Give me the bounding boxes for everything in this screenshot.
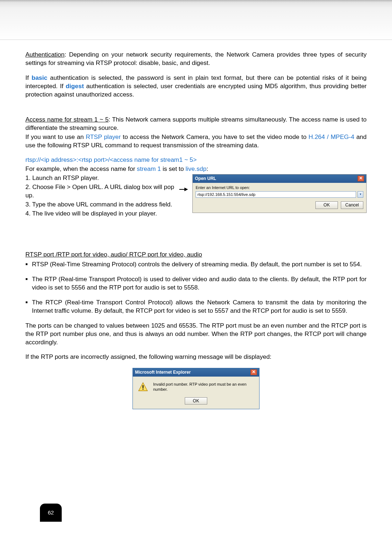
close-icon[interactable]: ✕	[250, 369, 257, 375]
port-range-note: The ports can be changed to values betwe…	[25, 322, 367, 347]
svg-rect-3	[143, 385, 144, 388]
text: :	[207, 165, 208, 172]
list-item: RTSP (Real-Time Streaming Protocol) cont…	[25, 260, 367, 269]
page-content: Authentication: Depending on your networ…	[0, 40, 392, 536]
steps-and-dialog-row: 1. Launch an RTSP player. 2. Choose File…	[25, 174, 367, 225]
open-url-label: Enter an Internet URL to open:	[196, 185, 363, 190]
kw-stream1: stream 1	[137, 165, 161, 172]
header-gradient	[0, 0, 392, 40]
auth-paragraph: Authentication: Depending on your networ…	[25, 51, 367, 67]
dialog-title: Open URL	[195, 176, 216, 181]
page-number: 62	[40, 504, 62, 522]
list-item: The RTP (Real-time Transport Protocol) i…	[25, 275, 367, 292]
warning-icon	[138, 382, 148, 391]
list-item: 2. Choose File > Open URL. A URL dialog …	[25, 183, 175, 200]
kw-livesdp: live.sdp	[185, 165, 207, 172]
access-name-label: Access name for stream 1 ~ 5	[25, 116, 109, 123]
auth-section-label: Authentication	[25, 51, 65, 58]
example-line: For example, when the access name for st…	[25, 165, 367, 173]
arrow-icon	[179, 174, 188, 200]
auth-desc: : Depending on your network security req…	[25, 51, 367, 66]
kw-h264-mpeg4: H.264 / MPEG-4	[309, 134, 354, 140]
kw-rtsp-player: RTSP player	[86, 134, 121, 140]
ie-warning-dialog: Microsoft Internet Explorer ✕ Invalid po…	[132, 368, 260, 409]
access-rtsp-paragraph: If you want to use an RTSP player to acc…	[25, 133, 367, 150]
text: is set to	[161, 165, 185, 172]
text: If you want to use an	[25, 134, 86, 140]
open-url-dialog: Open URL ✕ Enter an Internet URL to open…	[192, 174, 367, 213]
warn-intro: If the RTP ports are incorrectly assigne…	[25, 353, 367, 361]
text: If	[25, 74, 32, 81]
auth-basic-digest-paragraph: If basic authentication is selected, the…	[25, 74, 367, 99]
list-item: The RTCP (Real-time Transport Control Pr…	[25, 299, 367, 315]
text: For example, when the access name for	[25, 165, 137, 172]
list-item: 3. Type the above URL command in the add…	[25, 201, 175, 209]
warning-message: Invalid port number. RTP video port must…	[153, 382, 254, 393]
text: to access the Network Camera, you have t…	[121, 134, 309, 140]
rtsp-ports-heading: RTSP port /RTP port for video, audio/ RT…	[25, 251, 367, 259]
dialog-titlebar[interactable]: Open URL ✕	[193, 175, 366, 182]
ok-button[interactable]: OK	[315, 201, 338, 209]
chevron-down-icon[interactable]: ▾	[358, 191, 363, 198]
access-name-paragraph: Access name for stream 1 ~ 5: This Netwo…	[25, 116, 367, 132]
rtsp-ports-bullets: RTSP (Real-Time Streaming Protocol) cont…	[25, 260, 367, 315]
ok-button[interactable]: OK	[185, 397, 207, 405]
page-number-value: 62	[48, 509, 54, 516]
svg-marker-1	[184, 188, 188, 191]
kw-basic: basic	[32, 74, 47, 81]
dialog-title: Microsoft Internet Explorer	[135, 369, 191, 375]
step-list: 1. Launch an RTSP player. 2. Choose File…	[25, 174, 175, 218]
svg-rect-4	[143, 389, 144, 390]
dialog-titlebar[interactable]: Microsoft Internet Explorer ✕	[133, 368, 259, 376]
list-item: 1. Launch an RTSP player.	[25, 174, 175, 182]
kw-digest: digest	[66, 83, 84, 90]
rtsp-url-template: rtsp://<ip address>:<rtsp port>/<access …	[25, 156, 367, 164]
cancel-button[interactable]: Cancel	[341, 201, 363, 209]
close-icon[interactable]: ✕	[358, 176, 364, 181]
open-url-input[interactable]	[196, 191, 356, 198]
list-item: 4. The live video will be displayed in y…	[25, 210, 175, 218]
